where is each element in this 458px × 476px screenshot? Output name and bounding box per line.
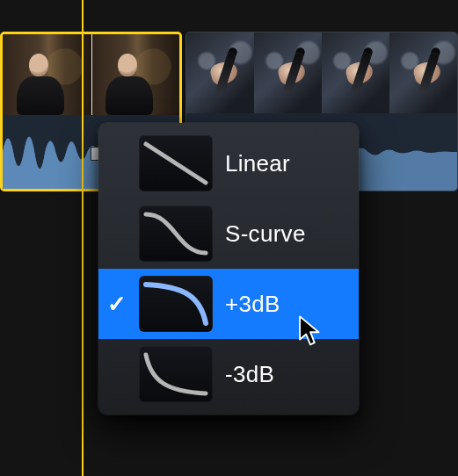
menu-item-label: Linear	[225, 150, 346, 177]
menu-item-label: -3dB	[225, 361, 346, 388]
thumbnail-frame	[186, 32, 254, 113]
fade-shape-minus3db-icon	[139, 346, 213, 402]
menu-item-label: S-curve	[225, 220, 346, 248]
menu-item-linear[interactable]: Linear	[98, 128, 359, 198]
fade-shape-linear-icon	[139, 135, 213, 191]
check-icon: ✓	[107, 291, 127, 318]
playhead[interactable]	[82, 0, 84, 476]
menu-item-minus3db[interactable]: -3dB	[98, 339, 359, 409]
thumbnail-frame	[254, 32, 322, 113]
menu-item-scurve[interactable]: S-curve	[98, 198, 359, 269]
thumbnail-frame	[91, 34, 180, 115]
frame-divider	[91, 34, 92, 115]
fade-shape-scurve-icon	[139, 206, 213, 262]
thumbnail-frame	[389, 32, 457, 113]
fade-shape-menu: Linear S-curve ✓ +3dB -3dB	[98, 123, 359, 415]
clip-b-thumbnails	[186, 32, 457, 113]
thumbnail-frame	[3, 34, 91, 115]
thumbnail-frame	[322, 32, 389, 113]
menu-item-plus3db[interactable]: ✓ +3dB	[98, 269, 359, 339]
menu-item-label: +3dB	[225, 291, 346, 318]
fade-shape-plus3db-icon	[139, 276, 213, 332]
